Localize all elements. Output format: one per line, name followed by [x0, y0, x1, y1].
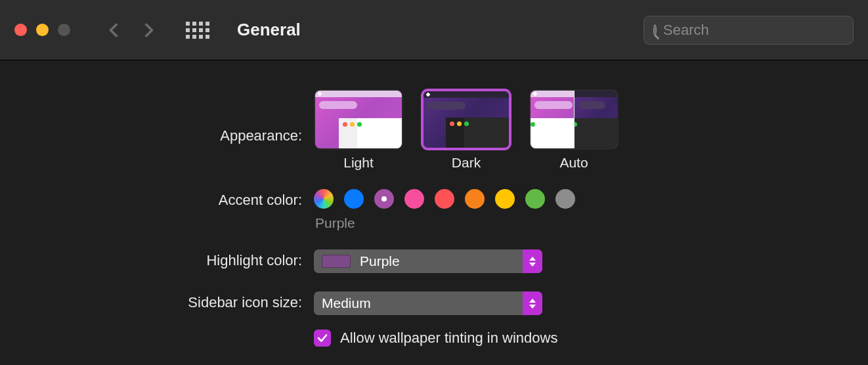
accent-swatch-pink[interactable] [404, 189, 424, 209]
window-controls [14, 24, 70, 36]
highlight-color-chip [322, 255, 351, 268]
accent-label: Accent color: [0, 189, 314, 209]
appearance-option-dark[interactable] [422, 89, 511, 150]
accent-swatch-yellow[interactable] [495, 189, 515, 209]
accent-swatch-graphite[interactable] [555, 189, 575, 209]
accent-swatch-purple[interactable] [374, 189, 394, 209]
appearance-label: Appearance: [0, 89, 314, 144]
back-button[interactable] [109, 22, 124, 37]
search-box[interactable] [643, 16, 854, 45]
accent-swatch-multicolor[interactable] [314, 189, 334, 209]
zoom-window-button[interactable] [58, 24, 70, 36]
sidebar-size-label: Sidebar icon size: [0, 291, 314, 311]
appearance-option-light[interactable] [314, 89, 403, 150]
highlight-label: Highlight color: [0, 249, 314, 269]
row-highlight: Highlight color: Purple [0, 249, 868, 273]
search-input[interactable] [663, 22, 844, 39]
accent-selected-name: Purple [315, 215, 868, 231]
appearance-option-auto-label: Auto [529, 155, 618, 171]
row-appearance: Appearance: Light Dark [0, 89, 868, 171]
appearance-option-light-label: Light [314, 155, 403, 171]
sidebar-size-dropdown[interactable]: Medium [314, 291, 542, 315]
pane-title: General [237, 20, 301, 40]
tinting-row: Allow wallpaper tinting in windows [314, 330, 868, 347]
row-accent: Accent color: Purple [0, 189, 868, 231]
sidebar-size-value: Medium [322, 295, 371, 311]
checkmark-icon [316, 332, 328, 344]
appearance-option-auto[interactable] [529, 89, 618, 150]
accent-swatch-green[interactable] [525, 189, 545, 209]
dropdown-stepper-icon [523, 291, 542, 315]
highlight-color-value: Purple [360, 253, 400, 269]
content: Appearance: Light Dark [0, 60, 868, 347]
toolbar: General [0, 0, 868, 60]
show-all-prefs-button[interactable] [186, 22, 209, 39]
minimize-window-button[interactable] [36, 24, 49, 36]
row-sidebar-size: Sidebar icon size: Medium Allow wallpape… [0, 291, 868, 347]
close-window-button[interactable] [14, 24, 27, 36]
tinting-label: Allow wallpaper tinting in windows [340, 330, 557, 347]
dropdown-stepper-icon [523, 249, 542, 273]
search-icon [653, 24, 657, 36]
accent-swatch-red[interactable] [435, 189, 454, 209]
accent-swatch-blue[interactable] [344, 189, 364, 209]
accent-swatch-orange[interactable] [465, 189, 485, 209]
forward-button[interactable] [139, 22, 154, 37]
tinting-checkbox[interactable] [314, 330, 331, 347]
accent-swatches [314, 189, 868, 209]
highlight-color-dropdown[interactable]: Purple [314, 249, 542, 273]
nav-arrows [111, 25, 152, 35]
appearance-option-dark-label: Dark [422, 155, 511, 171]
